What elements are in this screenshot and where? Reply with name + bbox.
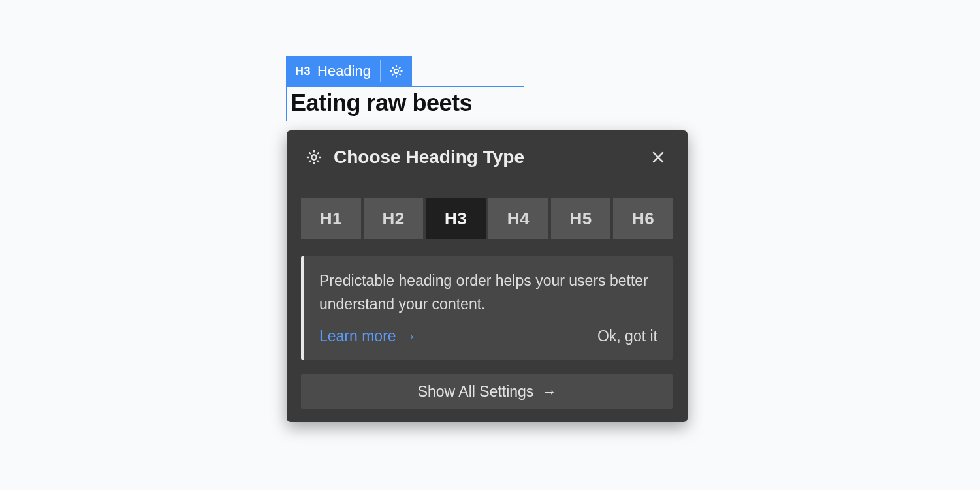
- heading-text: Eating raw beets: [291, 89, 518, 117]
- heading-option-h2[interactable]: H2: [364, 198, 424, 239]
- info-actions: Learn more → Ok, got it: [319, 328, 657, 345]
- block-type-icon-label: H3: [295, 65, 311, 78]
- close-icon: [650, 149, 666, 165]
- popover-title: Choose Heading Type: [334, 147, 637, 168]
- block-settings-button[interactable]: [381, 56, 412, 86]
- heading-option-h1[interactable]: H1: [301, 198, 361, 239]
- show-all-settings-button[interactable]: Show All Settings →: [301, 374, 673, 409]
- info-callout: Predictable heading order helps your use…: [301, 256, 673, 360]
- learn-more-label: Learn more: [319, 328, 396, 345]
- arrow-right-icon: →: [541, 383, 556, 401]
- popover-body: H1 H2 H3 H4 H5 H6 Predictable heading or…: [287, 183, 688, 422]
- svg-point-1: [311, 155, 316, 159]
- block-type-chip[interactable]: H3 Heading: [286, 56, 380, 86]
- heading-option-h6[interactable]: H6: [613, 198, 673, 239]
- heading-type-popover: Choose Heading Type H1 H2 H3 H4 H5 H6 Pr…: [287, 130, 688, 422]
- heading-text-field[interactable]: Eating raw beets: [286, 86, 524, 121]
- learn-more-link[interactable]: Learn more →: [319, 328, 417, 345]
- heading-option-h3[interactable]: H3: [426, 198, 486, 239]
- heading-level-options: H1 H2 H3 H4 H5 H6: [301, 198, 673, 239]
- heading-block: H3 Heading Eating raw beets: [286, 56, 524, 121]
- gear-icon: [388, 63, 404, 79]
- heading-option-h4[interactable]: H4: [488, 198, 548, 239]
- info-text: Predictable heading order helps your use…: [319, 269, 657, 316]
- heading-option-h5[interactable]: H5: [551, 198, 611, 239]
- gear-icon: [305, 148, 323, 166]
- svg-point-0: [394, 69, 398, 73]
- block-toolbar: H3 Heading: [286, 56, 412, 86]
- popover-header: Choose Heading Type: [287, 130, 688, 183]
- close-button[interactable]: [647, 146, 669, 168]
- block-type-label: Heading: [317, 63, 371, 80]
- arrow-right-icon: →: [402, 328, 417, 345]
- show-all-label: Show All Settings: [418, 383, 534, 401]
- ok-got-it-button[interactable]: Ok, got it: [597, 328, 657, 345]
